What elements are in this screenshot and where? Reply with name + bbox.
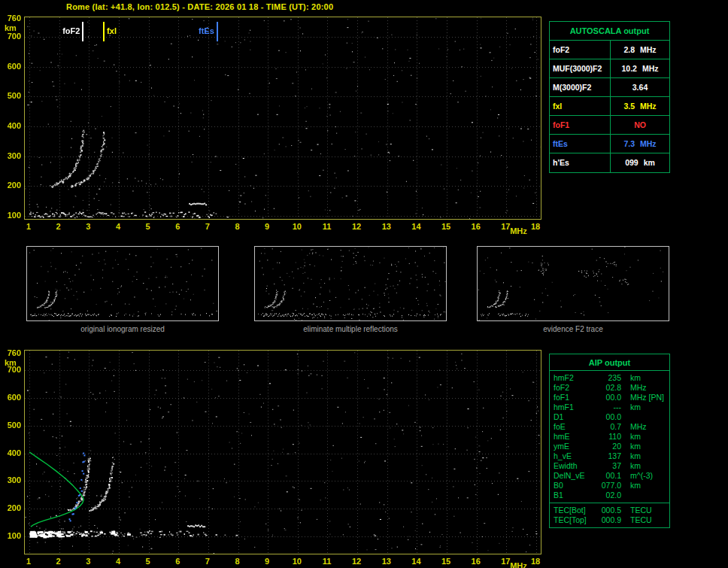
aip-row-ymE: ymE20km [554,442,666,451]
aip-param-label: hmE [554,432,591,442]
aip-param-unit: km [630,402,641,412]
param-label: fxl [550,97,611,115]
x-axis-tick: 16 [466,557,486,566]
aip-param-unit-cell: km [621,373,666,383]
x-axis-tick: 14 [406,557,426,566]
aip-param-unit-cell: km [621,451,666,461]
aip-row-foE: foE0.7MHz [554,422,666,432]
param-value-cell: 7.3MHz [611,135,669,153]
x-axis-tick: 1 [19,557,38,566]
aip-param-label: Ewidth [554,461,591,471]
param-value: 3.64 [632,78,648,96]
panel-evidence-f2-trace-canvas [478,247,669,320]
aip-param-value: 00.1 [591,471,621,481]
autoscala-row-foF2: foF22.8MHz [550,41,669,59]
panel-original-ionogram-canvas [27,247,218,320]
y-axis-tick: 300 [2,151,21,160]
y-axis-unit: km [5,358,17,367]
x-axis-tick: 1 [19,222,38,231]
param-unit: km [644,153,655,172]
aip-param-value: --- [591,402,621,412]
aip-param-unit-cell [621,412,666,422]
param-label: M(3000)F2 [550,78,611,96]
param-value-cell: NO [611,116,669,134]
aip-row-h_vE: h_vE137km [554,451,666,461]
aip-param-unit: m^(-3) [630,471,653,481]
aip-param-unit: MHz [630,393,647,402]
autoscala-row-ftEs: ftEs7.3MHz [550,135,669,153]
aip-param-label: foF1 [554,393,591,402]
x-axis-tick: 14 [406,222,426,231]
aip-row-TEC[Top]: TEC[Top]000.9TECU [554,515,666,525]
aip-param-value: 37 [591,461,621,471]
aip-row-Ewidth: Ewidth37km [554,461,666,471]
x-axis-unit: MHz [510,561,527,568]
param-unit: MHz [640,97,657,115]
x-axis-tick: 7 [198,222,217,231]
panel-eliminate-reflections-canvas [255,247,446,320]
profile-ionogram-plot [24,350,541,554]
x-axis-tick: 13 [377,557,396,566]
x-axis-tick: 13 [377,222,396,231]
marker-line-fxl [103,22,105,41]
aip-param-value: 000.9 [591,515,621,525]
marker-line-ftEs [217,22,218,41]
aip-param-label: ymE [554,442,591,451]
y-axis-tick: 600 [2,62,21,71]
x-axis-tick: 9 [257,557,277,566]
aip-param-unit: MHz [630,422,647,432]
aip-row-hmE: hmE110km [554,432,666,442]
param-value: 7.3 [623,135,635,153]
x-axis-tick: 18 [526,222,545,231]
aip-param-unit: km [630,451,641,461]
aip-param-value: 000.5 [591,506,621,515]
param-value-cell: 099km [611,153,669,172]
aip-param-label: D1 [554,412,591,422]
aip-param-unit-cell: km [621,442,666,451]
aip-param-value: 077.0 [591,481,621,491]
aip-param-label: hmF2 [554,373,591,383]
aip-row-hmF1: hmF1---km [554,402,666,412]
aip-param-note: [PN] [649,393,666,402]
x-axis-tick: 6 [168,222,187,231]
aip-param-unit: km [630,442,641,451]
autoscala-row-foF1: foF1NO [550,116,669,135]
autoscala-output-table-title: AUTOSCALA output [550,22,669,41]
aip-param-value: 110 [591,432,621,442]
x-axis-tick: 18 [526,557,545,566]
x-axis-tick: 2 [49,557,68,566]
y-axis-tick: 100 [2,211,21,220]
aip-param-value: 20 [591,442,621,451]
aip-row-foF1: foF100.0MHz[PN] [554,393,666,402]
aip-param-unit: km [630,373,641,383]
param-unit: MHz [642,59,659,77]
x-axis-tick: 8 [228,557,247,566]
aip-param-value: 137 [591,451,621,461]
aip-param-unit: TECU [630,506,652,515]
x-axis-unit: MHz [510,226,527,235]
panel-original-ionogram [26,246,219,321]
y-axis-tick: 500 [2,91,21,100]
aip-row-hmF2: hmF2235km [554,373,666,383]
x-axis-tick: 5 [138,557,158,566]
autoscala-window: Rome (lat: +41.8, lon: 012.5) - DATE: 20… [0,0,728,568]
aip-param-label: B0 [554,481,591,491]
aip-row-foF2: foF202.8MHz [554,383,666,393]
main-ionogram-plot: foF2fxlftEs [24,17,541,220]
x-axis-tick: 4 [108,222,128,231]
x-axis-tick: 3 [78,557,98,566]
aip-row-D1: D100.0 [554,412,666,422]
aip-param-label: TEC[Top] [554,515,591,525]
x-axis-tick: 9 [257,222,277,231]
param-label: foF1 [550,116,611,134]
aip-param-unit-cell: MHz [621,422,666,432]
aip-param-unit: MHz [630,383,647,393]
aip-row-B0: B0077.0km [554,481,666,491]
y-axis-tick: 700 [2,32,21,41]
aip-param-unit: km [630,481,641,491]
param-label: ftEs [550,135,611,153]
x-axis-tick: 2 [49,222,68,231]
y-axis-tick: 200 [2,503,21,512]
y-axis-tick: 200 [2,181,21,190]
aip-param-unit-cell: km [621,402,666,412]
